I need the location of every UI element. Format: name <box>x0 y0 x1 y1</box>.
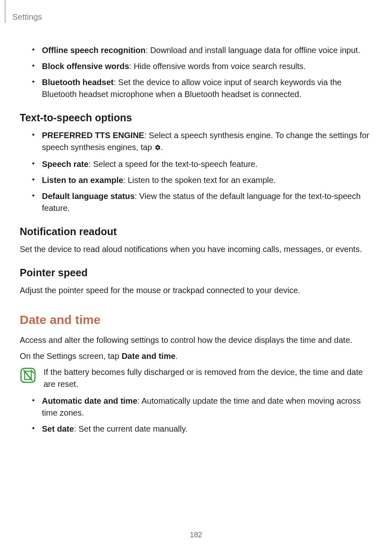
item-text: : Select a speed for the text-to-speech … <box>88 160 257 169</box>
tts-list: PREFERRED TTS ENGINE: Select a speech sy… <box>20 130 372 214</box>
list-item: Block offensive words: Hide offensive wo… <box>42 60 372 72</box>
notification-para: Set the device to read aloud notificatio… <box>20 243 372 255</box>
note-icon <box>20 367 36 385</box>
list-item: Set date: Set the current date manually. <box>42 423 372 435</box>
tts-heading: Text-to-speech options <box>20 112 372 124</box>
item-text: : Listen to the spoken text for an examp… <box>123 176 276 185</box>
item-text: : Set the current date manually. <box>74 424 187 433</box>
date-para-2a: On the Settings screen, tap <box>20 352 122 361</box>
list-item: Default language status: View the status… <box>42 190 372 214</box>
notification-heading: Notification readout <box>20 226 372 238</box>
page-content: Offline speech recognition: Download and… <box>20 44 372 439</box>
list-item: Automatic date and time: Automatically u… <box>42 395 372 419</box>
item-title: Automatic date and time <box>42 396 137 405</box>
item-title: Bluetooth headset <box>42 78 113 87</box>
item-title: Block offensive words <box>42 62 129 71</box>
item-title: Default language status <box>42 192 135 201</box>
item-text: : Download and install language data for… <box>145 46 360 55</box>
page-number: 182 <box>0 531 392 539</box>
list-item: Speech rate: Select a speed for the text… <box>42 158 372 170</box>
page-header: Settings <box>12 12 42 22</box>
item-title: Set date <box>42 424 74 433</box>
note-row: If the battery becomes fully discharged … <box>20 366 372 390</box>
item-title: PREFERRED TTS ENGINE <box>42 131 144 140</box>
date-time-heading: Date and time <box>20 313 372 327</box>
list-item: Listen to an example: Listen to the spok… <box>42 174 372 186</box>
list-item: Bluetooth headset: Set the device to all… <box>42 76 372 100</box>
list-item: PREFERRED TTS ENGINE: Select a speech sy… <box>42 130 372 154</box>
item-text: : Hide offensive words from voice search… <box>129 62 306 71</box>
date-list: Automatic date and time: Automatically u… <box>20 395 372 435</box>
date-para-2c: . <box>175 352 178 361</box>
voice-input-list: Offline speech recognition: Download and… <box>20 44 372 100</box>
item-title: Offline speech recognition <box>42 46 145 55</box>
item-title: Speech rate <box>42 160 88 169</box>
item-text-after: . <box>161 143 164 152</box>
note-text: If the battery becomes fully discharged … <box>44 366 372 390</box>
list-item: Offline speech recognition: Download and… <box>42 44 372 56</box>
gear-icon <box>154 142 161 154</box>
date-para-2: On the Settings screen, tap Date and tim… <box>20 350 372 362</box>
header-rule <box>5 0 5 23</box>
pointer-para: Adjust the pointer speed for the mouse o… <box>20 284 372 296</box>
item-title: Listen to an example <box>42 176 123 185</box>
date-para-1: Access and alter the following settings … <box>20 334 372 346</box>
pointer-heading: Pointer speed <box>20 267 372 279</box>
date-para-2b: Date and time <box>122 352 175 361</box>
